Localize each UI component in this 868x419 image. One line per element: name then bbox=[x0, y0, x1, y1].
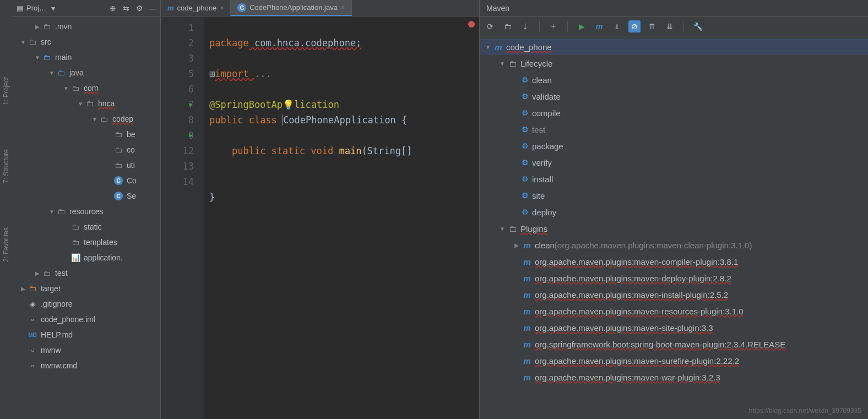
maven-tree-item[interactable]: ⚙test bbox=[480, 121, 868, 138]
tree-item[interactable]: ▼🗀java bbox=[12, 65, 160, 80]
side-tab-project[interactable]: 1: Project bbox=[2, 77, 10, 105]
expand-arrow-icon[interactable]: ▶ bbox=[33, 270, 42, 276]
hide-icon[interactable]: — bbox=[148, 4, 157, 13]
project-panel-title: Proj… bbox=[26, 4, 46, 12]
tree-item[interactable]: ▶🗀target bbox=[12, 281, 160, 296]
lifecycle-item-label: install bbox=[532, 175, 553, 184]
maven-tree[interactable]: ▼mcode_phone▼🗀Lifecycle⚙clean⚙validate⚙c… bbox=[480, 36, 868, 419]
tree-item[interactable]: ▫code_phone.iml bbox=[12, 312, 160, 327]
execute-goal-icon[interactable]: m bbox=[593, 20, 605, 32]
expand-arrow-icon[interactable]: ▼ bbox=[47, 209, 56, 215]
side-tab-favorites[interactable]: 2: Favorites bbox=[2, 227, 10, 262]
tree-item[interactable]: 📊application. bbox=[12, 250, 160, 265]
tree-item[interactable]: ▼🗀src bbox=[12, 34, 160, 50]
maven-tree-item[interactable]: ▼🗀Plugins bbox=[480, 220, 868, 237]
tree-item[interactable]: 🗀static bbox=[12, 219, 160, 235]
expand-arrow-icon[interactable]: ▼ bbox=[497, 226, 507, 232]
maven-tree-item[interactable]: morg.apache.maven.plugins:maven-deploy-p… bbox=[480, 270, 868, 286]
settings-icon[interactable]: 🔧 bbox=[692, 20, 704, 32]
collapse-all-icon[interactable]: ⇈ bbox=[646, 20, 658, 32]
collapse-icon[interactable]: ⇆ bbox=[122, 4, 131, 13]
maven-tree-item[interactable]: ▼🗀Lifecycle bbox=[480, 55, 868, 72]
maven-tree-item[interactable]: morg.apache.maven.plugins:maven-war-plug… bbox=[480, 369, 868, 385]
expand-arrow-icon[interactable]: ▶ bbox=[33, 24, 42, 30]
run-icon[interactable]: ▶ bbox=[576, 20, 588, 32]
file-icon: ▫ bbox=[28, 361, 37, 371]
editor-tab-maven[interactable]: m code_phone × bbox=[161, 0, 231, 16]
intention-bulb-icon[interactable]: 💡 bbox=[283, 99, 294, 110]
close-icon[interactable]: × bbox=[220, 4, 224, 12]
tree-item[interactable]: MDHELP.md bbox=[12, 327, 160, 342]
maven-tree-item[interactable]: morg.apache.maven.plugins:maven-surefire… bbox=[480, 352, 868, 369]
tree-item[interactable]: 🗀uti bbox=[12, 157, 160, 173]
maven-tree-item[interactable]: ▶mclean (org.apache.maven.plugins:maven-… bbox=[480, 237, 868, 253]
maven-tree-item[interactable]: ⚙deploy bbox=[480, 204, 868, 220]
maven-tree-item[interactable]: ⚙validate bbox=[480, 88, 868, 105]
tree-item-label: Se bbox=[127, 192, 136, 200]
gear-icon[interactable]: ⚙ bbox=[135, 4, 144, 13]
expand-arrow-icon[interactable]: ▼ bbox=[19, 39, 28, 45]
locate-icon[interactable]: ⊕ bbox=[109, 4, 117, 13]
expand-arrow-icon[interactable]: ▼ bbox=[76, 101, 85, 107]
maven-tree-item[interactable]: ⚙verify bbox=[480, 154, 868, 171]
maven-tree-item[interactable]: morg.springframework.boot:spring-boot-ma… bbox=[480, 336, 868, 352]
tree-item[interactable]: CSe bbox=[12, 188, 160, 204]
plugin-name: org.apache.maven.plugins:maven-compiler-… bbox=[535, 257, 738, 266]
toggle-offline-icon[interactable]: ⫫ bbox=[611, 20, 623, 32]
editor-tabs: m code_phone × C CodePhoneApplication.ja… bbox=[161, 0, 479, 17]
maven-tree-item[interactable]: morg.apache.maven.plugins:maven-install-… bbox=[480, 286, 868, 303]
maven-tree-item[interactable]: ⚙compile bbox=[480, 105, 868, 121]
project-tree[interactable]: ▶🗀.mvn▼🗀src▼🗀main▼🗀java▼🗀com▼🗀hnca▼🗀code… bbox=[12, 17, 160, 419]
tree-item[interactable]: ▶🗀test bbox=[12, 265, 160, 281]
expand-arrow-icon[interactable]: ▶ bbox=[512, 242, 522, 248]
expand-arrow-icon[interactable]: ▼ bbox=[62, 85, 70, 91]
expand-arrow-icon[interactable]: ▼ bbox=[47, 70, 56, 76]
plugin-name: org.apache.maven.plugins:maven-site-plug… bbox=[535, 323, 713, 333]
run-gutter-icon[interactable]: ▶ bbox=[189, 128, 193, 143]
dropdown-icon[interactable]: ▾ bbox=[48, 4, 57, 13]
expand-arrow-icon[interactable]: ▼ bbox=[497, 61, 507, 67]
tree-item[interactable]: 🗀co bbox=[12, 142, 160, 157]
maven-tree-item[interactable]: ⚙clean bbox=[480, 72, 868, 88]
download-icon[interactable]: ⭳ bbox=[519, 20, 531, 32]
maven-tree-item[interactable]: morg.apache.maven.plugins:maven-resource… bbox=[480, 303, 868, 319]
tree-item[interactable]: ▼🗀com bbox=[12, 80, 160, 96]
code-content[interactable]: package com.hnca.codephone; ⊞import ... … bbox=[204, 17, 479, 419]
plugin-name: org.apache.maven.plugins:maven-war-plugi… bbox=[535, 373, 720, 382]
plugin-name: clean bbox=[535, 241, 555, 250]
tree-item[interactable]: ▼🗀resources bbox=[12, 204, 160, 219]
run-gutter-icon[interactable]: ▶ bbox=[189, 97, 193, 112]
tree-item[interactable]: ▫mvnw bbox=[12, 342, 160, 358]
tree-item[interactable]: ▶🗀.mvn bbox=[12, 19, 160, 34]
reimport-icon[interactable]: ⟳ bbox=[484, 20, 496, 32]
tree-item[interactable]: 🗀templates bbox=[12, 235, 160, 250]
tree-item[interactable]: ▫mvnw.cmd bbox=[12, 358, 160, 373]
maven-tree-item[interactable]: ⚙package bbox=[480, 138, 868, 154]
add-icon[interactable]: ＋ bbox=[547, 20, 560, 32]
editor-body[interactable]: 123567▶89▶121314 package com.hnca.codeph… bbox=[161, 17, 479, 419]
editor-tab-java[interactable]: C CodePhoneApplication.java × bbox=[231, 0, 352, 16]
generate-sources-icon[interactable]: 🗀 bbox=[502, 20, 514, 32]
lifecycle-gear-icon: ⚙ bbox=[522, 125, 529, 134]
toggle-skip-tests-icon[interactable]: ⊘ bbox=[628, 20, 641, 32]
tree-item[interactable]: ▼🗀hnca bbox=[12, 96, 160, 111]
expand-arrow-icon[interactable]: ▼ bbox=[483, 44, 493, 50]
maven-tree-item[interactable]: ⚙site bbox=[480, 187, 868, 204]
expand-all-icon[interactable]: ⇊ bbox=[664, 20, 676, 32]
maven-tree-item[interactable]: ⚙install bbox=[480, 171, 868, 187]
close-icon[interactable]: × bbox=[341, 4, 345, 12]
tree-item[interactable]: CCo bbox=[12, 173, 160, 188]
tree-item[interactable]: ▼🗀main bbox=[12, 50, 160, 65]
expand-arrow-icon[interactable]: ▼ bbox=[90, 116, 99, 122]
tree-item[interactable]: ▼🗀codep bbox=[12, 111, 160, 127]
maven-tree-item[interactable]: morg.apache.maven.plugins:maven-compiler… bbox=[480, 253, 868, 270]
tree-item[interactable]: ◈.gitignore bbox=[12, 296, 160, 312]
side-tab-structure[interactable]: 7: Structure bbox=[2, 149, 10, 183]
expand-arrow-icon[interactable]: ▶ bbox=[19, 286, 28, 292]
expand-arrow-icon[interactable]: ▼ bbox=[33, 55, 42, 61]
maven-tree-item[interactable]: ▼mcode_phone bbox=[480, 39, 868, 55]
error-indicator-icon[interactable] bbox=[468, 21, 475, 28]
maven-tree-item[interactable]: morg.apache.maven.plugins:maven-site-plu… bbox=[480, 319, 868, 336]
maven-module-icon: m bbox=[522, 257, 533, 266]
tree-item[interactable]: 🗀be bbox=[12, 127, 160, 142]
